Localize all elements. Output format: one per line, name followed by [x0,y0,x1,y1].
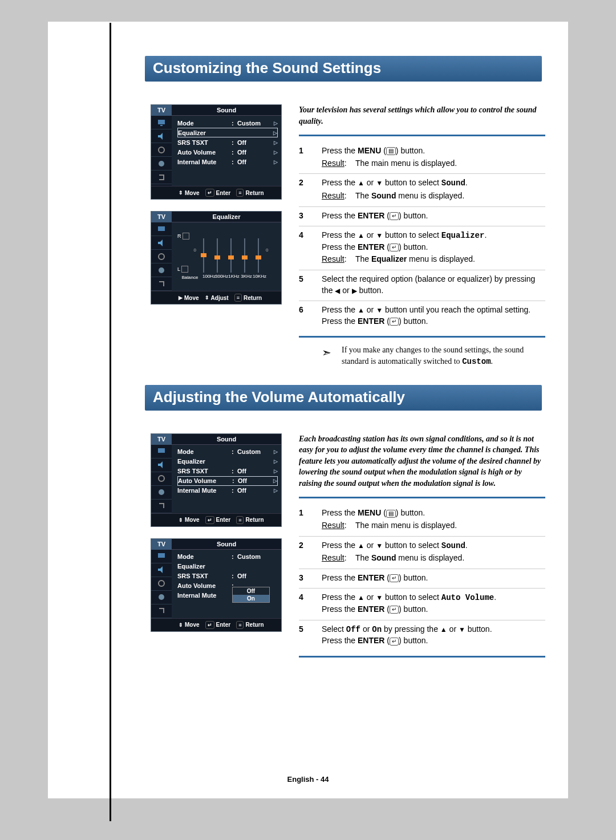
svg-point-7 [159,254,164,259]
separator [299,336,545,338]
step-body: Select the required option (balance or e… [322,274,545,297]
step: 5Select the required option (balance or … [299,270,545,301]
channel-icon [151,143,172,157]
input-icon [151,604,172,618]
svg-rect-1 [160,125,163,126]
step-body: Select Off or On by pressing the ▲ or ▼ … [322,624,492,648]
setup-icon [151,591,172,604]
separator [299,497,545,498]
osd-footer: ⇕Move ↵Enter ≡Return [151,186,281,199]
step-number: 4 [299,230,322,266]
step: 6Press the ▲ or ▼ button until you reach… [299,301,545,331]
sound-icon [151,563,172,577]
svg-rect-13 [158,553,165,558]
equalizer-sliders: R L 0 0 [177,227,275,273]
step-number: 6 [299,305,322,328]
step: 2Press the ▲ or ▼ button to select Sound… [299,536,545,569]
osd-sound-autovolume: TV Sound Mode:Custom▷ Eq [151,433,282,527]
step: 1Press the MENU (▤) button.Result: The m… [299,504,545,535]
intro-text-2: Each broadcasting station has its own si… [299,433,545,489]
picture-icon [151,222,172,236]
svg-marker-6 [158,240,163,246]
step-body: Press the MENU (▤) button.Result: The ma… [322,145,457,170]
setup-icon [151,157,172,171]
osd-equalizer: TV Equalizer [151,211,282,305]
section-title-sound: Customizing the Sound Settings [145,56,542,82]
channel-icon [151,472,172,486]
step-number: 1 [299,508,322,532]
svg-marker-14 [158,566,163,573]
osd-title: Sound [172,105,281,116]
step-number: 2 [299,540,322,565]
osd-sound-autovolume-popup: TV Sound Mode:Custom Equ [151,538,282,632]
svg-marker-2 [158,133,163,140]
svg-point-15 [159,581,164,586]
svg-marker-10 [158,461,163,468]
osd-sidebar [151,116,172,186]
section-title-volume: Adjusting the Volume Automatically [145,385,542,411]
note-icon: ➣ [322,344,331,367]
step-body: Press the ▲ or ▼ button to select Equali… [322,230,487,266]
separator [299,656,545,658]
step-body: Press the ▲ or ▼ button to select Sound.… [322,177,468,202]
svg-point-16 [159,594,164,600]
page: Customizing the Sound Settings TV Sound [48,22,568,798]
setup-icon [151,263,172,277]
svg-rect-5 [158,226,165,231]
step: 1Press the MENU (▤) button.Result: The m… [299,142,545,173]
channel-icon [151,577,172,591]
step-number: 4 [299,592,322,616]
step: 3Press the ENTER (↵) button. [299,206,545,226]
step-number: 3 [299,573,322,585]
step: 4Press the ▲ or ▼ button to select Equal… [299,226,545,270]
separator [299,135,545,136]
step-body: Press the MENU (▤) button.Result: The ma… [322,508,457,532]
intro-text-1: Your television has several settings whi… [299,104,545,127]
picture-icon [151,445,172,458]
note: ➣ If you make any changes to the sound s… [299,344,545,367]
input-icon [151,277,172,291]
osd-menu-list: Mode:Custom▷ Equalizer▷ SRS TSXT:Off▷ Au… [172,116,281,186]
step-number: 5 [299,624,322,648]
svg-point-12 [159,489,164,495]
step-body: Press the ENTER (↵) button. [322,210,428,223]
svg-rect-9 [158,448,165,453]
sound-icon [151,236,172,250]
step-body: Press the ▲ or ▼ button until you reach … [322,305,530,328]
step: 4Press the ▲ or ▼ button to select Auto … [299,588,545,619]
svg-rect-0 [158,120,165,124]
osd-sound-equalizer: TV Sound Mode:Custom▷ Eq [151,104,282,200]
step-body: Press the ENTER (↵) button. [322,573,428,585]
picture-icon [151,116,172,129]
picture-icon [151,550,172,563]
step-body: Press the ▲ or ▼ button to select Auto V… [322,592,496,616]
svg-point-3 [159,147,164,153]
svg-point-8 [159,267,164,273]
input-icon [151,500,172,513]
sound-icon [151,458,172,472]
page-footer: English - 44 [48,775,568,784]
svg-point-4 [159,161,164,167]
step-number: 2 [299,177,322,202]
step-body: Press the ▲ or ▼ button to select Sound.… [322,540,468,565]
step-number: 3 [299,210,322,223]
step-number: 1 [299,145,322,170]
osd-tv-label: TV [151,105,172,116]
step: 3Press the ENTER (↵) button. [299,569,545,589]
step-number: 5 [299,274,322,297]
step: 5Select Off or On by pressing the ▲ or ▼… [299,620,545,651]
svg-point-11 [159,476,164,481]
step: 2Press the ▲ or ▼ button to select Sound… [299,173,545,206]
option-popup: Off On [232,587,270,603]
channel-icon [151,250,172,263]
input-icon [151,171,172,184]
setup-icon [151,486,172,500]
sound-icon [151,129,172,143]
